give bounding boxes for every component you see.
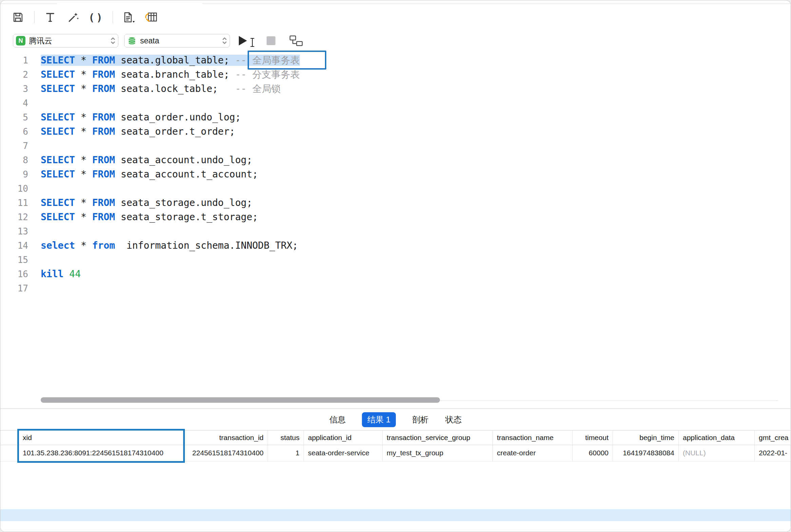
code-line[interactable]: 8SELECT * FROM seata_account.undo_log; bbox=[0, 153, 791, 167]
cell-timeout[interactable]: 60000 bbox=[573, 445, 613, 461]
line-number: 2 bbox=[0, 68, 28, 82]
code-line[interactable]: 11SELECT * FROM seata_storage.undo_log; bbox=[0, 196, 791, 210]
line-number: 13 bbox=[0, 224, 28, 239]
line-number: 16 bbox=[0, 267, 28, 281]
code-line[interactable]: 14select * from information_schema.INNOD… bbox=[0, 239, 791, 253]
editor-hscrollbar-thumb[interactable] bbox=[41, 397, 440, 403]
column-header-transaction_name[interactable]: transaction_name bbox=[493, 431, 573, 445]
code-line[interactable]: 3SELECT * FROM seata.lock_table; -- 全局锁 bbox=[0, 82, 791, 96]
save-button[interactable] bbox=[8, 8, 27, 27]
line-number: 15 bbox=[0, 253, 28, 267]
code-line[interactable]: 7 bbox=[0, 139, 791, 153]
line-number: 6 bbox=[0, 125, 28, 139]
table-refresh-button[interactable] bbox=[142, 8, 161, 27]
sql-editor[interactable]: 1SELECT * FROM seata.global_table; -- 全局… bbox=[0, 51, 791, 397]
tab-profile[interactable]: 剖析 bbox=[411, 412, 429, 427]
stepper-arrows-icon bbox=[110, 36, 116, 46]
export-document-button[interactable] bbox=[119, 8, 138, 27]
explain-plan-icon bbox=[289, 35, 303, 47]
column-header-transaction_id[interactable]: transaction_id bbox=[184, 431, 268, 445]
line-number: 17 bbox=[0, 281, 28, 296]
line-number: 4 bbox=[0, 96, 28, 110]
line-number: 10 bbox=[0, 182, 28, 196]
line-number: 5 bbox=[0, 110, 28, 125]
app-window: () N 腾讯云 bbox=[0, 0, 791, 532]
code-snippet-button[interactable]: () bbox=[87, 8, 106, 27]
cell-transaction_name[interactable]: create-order bbox=[493, 445, 573, 461]
line-number: 12 bbox=[0, 210, 28, 224]
ibeam-cursor-icon bbox=[250, 37, 255, 48]
toolbar-separator bbox=[34, 11, 35, 23]
grid-body: 101.35.238.236:8091:22456151817431040022… bbox=[0, 445, 791, 461]
column-header-transaction_service_group[interactable]: transaction_service_group bbox=[383, 431, 493, 445]
connection-select[interactable]: N 腾讯云 bbox=[13, 34, 118, 48]
tab-status[interactable]: 状态 bbox=[445, 412, 462, 427]
code-line[interactable]: 6SELECT * FROM seata_order.t_order; bbox=[0, 125, 791, 139]
code-line[interactable]: 12SELECT * FROM seata_storage.t_storage; bbox=[0, 210, 791, 224]
grid-corner bbox=[0, 431, 19, 445]
code-text: select * from information_schema.INNODB_… bbox=[41, 239, 298, 253]
stop-icon bbox=[267, 36, 275, 45]
database-select[interactable]: seata bbox=[124, 34, 230, 48]
query-toolbar: N 腾讯云 seata bbox=[0, 31, 791, 51]
run-button[interactable] bbox=[239, 34, 255, 48]
code-line[interactable]: 4 bbox=[0, 96, 791, 110]
code-line[interactable]: 17 bbox=[0, 281, 791, 296]
column-header-application_id[interactable]: application_id bbox=[304, 431, 383, 445]
code-text: SELECT * FROM seata.lock_table; -- 全局锁 bbox=[41, 82, 281, 96]
column-header-gmt_crea[interactable]: gmt_crea bbox=[755, 431, 791, 445]
stepper-arrows-icon bbox=[221, 36, 228, 46]
cell-gmt_crea[interactable]: 2022-01- bbox=[755, 445, 791, 461]
code-line[interactable]: 2SELECT * FROM seata.branch_table; -- 分支… bbox=[0, 68, 791, 82]
code-text: SELECT * FROM seata_account.undo_log; bbox=[41, 153, 252, 167]
grid-header-row: xidtransaction_idstatusapplication_idtra… bbox=[0, 430, 791, 445]
cell-transaction_id[interactable]: 224561518174310400 bbox=[184, 445, 268, 461]
code-line[interactable]: 15 bbox=[0, 253, 791, 267]
code-text: kill 44 bbox=[41, 267, 81, 281]
code-line[interactable]: 13 bbox=[0, 224, 791, 239]
cell-begin_time[interactable]: 1641974838084 bbox=[613, 445, 679, 461]
main-toolbar: () bbox=[0, 4, 791, 31]
column-header-xid[interactable]: xid bbox=[19, 431, 184, 445]
database-label: seata bbox=[140, 36, 221, 45]
connection-label: 腾讯云 bbox=[29, 36, 110, 46]
table-refresh-icon bbox=[144, 11, 159, 24]
text-format-icon bbox=[44, 11, 57, 24]
column-header-timeout[interactable]: timeout bbox=[573, 431, 613, 445]
code-line[interactable]: 1SELECT * FROM seata.global_table; -- 全局… bbox=[0, 53, 791, 68]
code-line[interactable]: 10 bbox=[0, 182, 791, 196]
code-line[interactable]: 9SELECT * FROM seata_account.t_account; bbox=[0, 167, 791, 182]
code-text: SELECT * FROM seata_storage.t_storage; bbox=[41, 210, 258, 224]
cell-application_id[interactable]: seata-order-service bbox=[304, 445, 383, 461]
grid-row[interactable]: 101.35.238.236:8091:22456151817431040022… bbox=[0, 445, 791, 461]
beautify-sql-button[interactable] bbox=[64, 8, 83, 27]
code-line[interactable]: 5SELECT * FROM seata_order.undo_log; bbox=[0, 110, 791, 125]
export-document-icon bbox=[121, 11, 136, 24]
run-icon bbox=[239, 36, 247, 45]
tab-info[interactable]: 信息 bbox=[329, 412, 346, 427]
text-format-button[interactable] bbox=[41, 8, 60, 27]
editor-lines: 1SELECT * FROM seata.global_table; -- 全局… bbox=[0, 53, 791, 296]
cell-status[interactable]: 1 bbox=[268, 445, 304, 461]
line-number: 8 bbox=[0, 153, 28, 167]
toolbar-separator bbox=[113, 11, 113, 23]
explain-button[interactable] bbox=[289, 35, 303, 47]
beautify-wand-icon bbox=[67, 11, 80, 24]
empty-row-highlight bbox=[0, 509, 791, 521]
comment-annotation-box bbox=[248, 51, 326, 70]
line-number: 9 bbox=[0, 167, 28, 182]
code-text: SELECT * FROM seata_order.t_order; bbox=[41, 125, 235, 139]
code-line[interactable]: 16kill 44 bbox=[0, 267, 791, 281]
column-header-application_data[interactable]: application_data bbox=[679, 431, 755, 445]
cell-application_data[interactable]: (NULL) bbox=[679, 445, 755, 461]
result-tabs: 信息 结果 1 剖析 状态 bbox=[0, 408, 791, 430]
cell-xid[interactable]: 101.35.238.236:8091:224561518174310400 bbox=[19, 445, 184, 461]
line-number: 14 bbox=[0, 239, 28, 253]
row-lead bbox=[0, 445, 19, 461]
column-header-status[interactable]: status bbox=[268, 431, 304, 445]
code-text: SELECT * FROM seata_order.undo_log; bbox=[41, 110, 241, 125]
column-header-begin_time[interactable]: begin_time bbox=[613, 431, 679, 445]
tab-result-1[interactable]: 结果 1 bbox=[362, 412, 396, 427]
stop-button[interactable] bbox=[267, 36, 275, 45]
cell-transaction_service_group[interactable]: my_test_tx_group bbox=[383, 445, 493, 461]
